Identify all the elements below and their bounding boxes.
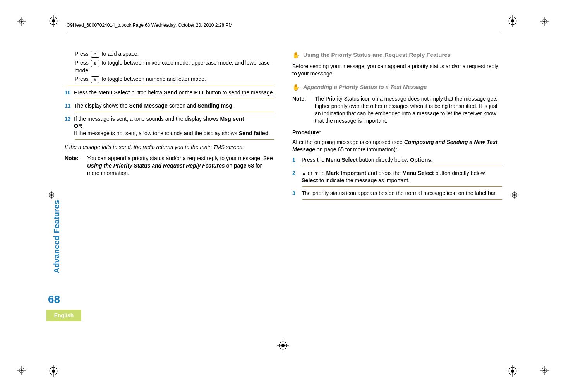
heading-text: Using the Priority Status and Request Re… <box>303 51 451 59</box>
divider <box>75 112 274 112</box>
divider <box>75 139 274 140</box>
body-text: Press # to toggle between numeric and le… <box>75 75 274 83</box>
frame-header-rule <box>66 32 500 33</box>
register-mark-icon <box>17 366 26 375</box>
page-number: 68 <box>48 293 60 306</box>
divider <box>302 199 502 200</box>
left-column: Press * to add a space. Press 0 to toggl… <box>65 50 274 202</box>
step-number: 11 <box>65 102 74 109</box>
step-2: 2 ▲ or ▼ to Mark Important and press the… <box>292 169 502 184</box>
crop-mark-icon <box>506 15 519 27</box>
note-body: The Priority Status icon on a message do… <box>315 95 502 125</box>
register-mark-icon <box>17 17 26 26</box>
crop-mark-icon <box>277 339 289 352</box>
register-mark-icon <box>540 366 549 375</box>
register-mark-icon <box>510 191 519 199</box>
crop-mark-icon <box>47 15 60 27</box>
note-block: Note: The Priority Status icon on a mess… <box>292 95 502 125</box>
key-hash-icon: # <box>91 76 99 83</box>
step-text: Press the Menu Select button directly be… <box>302 156 502 164</box>
step-text: ▲ or ▼ to Mark Important and press the M… <box>302 169 502 184</box>
language-tab: English <box>46 310 81 321</box>
note-body: You can append a priority status and/or … <box>87 155 274 177</box>
arrow-down-icon: ▼ <box>314 171 319 176</box>
procedure-icon: ✋ <box>292 51 300 60</box>
body-text: After the outgoing message is composed (… <box>292 139 502 153</box>
sidebar: Advanced Features <box>46 174 56 275</box>
step-12: 12 If the message is sent, a tone sounds… <box>65 115 274 137</box>
crop-mark-icon <box>506 365 519 377</box>
frame-header-text: O9Head_68007024014_b.book Page 68 Wednes… <box>67 22 233 28</box>
note-block: Note: You can append a priority status a… <box>65 155 274 177</box>
step-3: 3 The priority status icon appears besid… <box>292 190 502 197</box>
section-title: Advanced Features <box>52 200 61 274</box>
divider <box>65 86 274 86</box>
step-number: 2 <box>292 169 302 176</box>
note-label: Note: <box>65 155 87 177</box>
procedure-label: Procedure: <box>292 129 502 135</box>
step-number: 12 <box>65 115 74 122</box>
body-text: Before sending your message, you can app… <box>292 63 502 77</box>
divider <box>302 186 502 187</box>
step-text: If the message is sent, a tone sounds an… <box>74 115 274 137</box>
step-11: 11 The display shows the Send Message sc… <box>65 102 274 110</box>
arrow-up-icon: ▲ <box>302 171 306 176</box>
step-text: The priority status icon appears beside … <box>302 190 502 197</box>
heading-text: Appending a Priority Status to a Text Me… <box>303 84 427 91</box>
step-10: 10 Press the Menu Select button below Se… <box>65 89 274 96</box>
body-text: Press * to add a space. <box>75 50 274 58</box>
heading-4: ✋ Appending a Priority Status to a Text … <box>292 84 502 92</box>
key-zero-icon: 0 <box>91 60 99 67</box>
crop-mark-icon <box>47 365 60 377</box>
step-number: 10 <box>65 89 74 96</box>
divider <box>302 166 502 166</box>
body-text: Press 0 to toggle between mixed case mod… <box>75 59 274 74</box>
divider <box>75 99 274 99</box>
document-page: O9Head_68007024014_b.book Page 68 Wednes… <box>0 0 566 392</box>
content-columns: Press * to add a space. Press 0 to toggl… <box>65 50 502 202</box>
register-mark-icon <box>540 17 549 26</box>
step-1: 1 Press the Menu Select button directly … <box>292 156 502 164</box>
step-text: Press the Menu Select button below Send … <box>74 89 274 96</box>
step-text: The display shows the Send Message scree… <box>74 102 274 110</box>
note-label: Note: <box>292 95 315 125</box>
step-number: 3 <box>292 190 302 196</box>
step-number: 1 <box>292 156 302 163</box>
body-text: If the message fails to send, the radio … <box>65 144 274 151</box>
right-column: ✋ Using the Priority Status and Request … <box>292 50 502 202</box>
heading-3: ✋ Using the Priority Status and Request … <box>292 51 502 60</box>
procedure-icon: ✋ <box>292 84 300 92</box>
key-star-icon: * <box>91 51 99 58</box>
